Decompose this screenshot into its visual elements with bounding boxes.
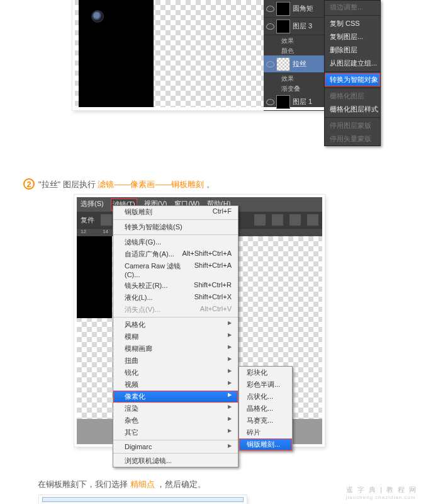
paragraph-3: 在铜板雕刻下，我们选择 精细点 ，然后确定。: [38, 479, 206, 490]
step-text-highlight: 滤镜——像素画——铜板雕刻: [98, 180, 204, 189]
filter-submenu-item[interactable]: 模糊: [113, 331, 238, 343]
layer-row-selected[interactable]: 拉丝: [264, 55, 324, 73]
filter-smart[interactable]: 转换为智能滤镜(S): [113, 221, 238, 233]
layer-context-menu: 描边调整... 复制 CSS 复制图层... 删除图层 从图层建立组... 转换…: [324, 0, 381, 146]
para3-suffix: ，然后确定。: [157, 479, 206, 489]
filter-item[interactable]: 自适应广角(A)...Alt+Shift+Ctrl+A: [113, 248, 238, 260]
watermark-sub: jiaocheng.chazidian.com: [346, 495, 417, 500]
ctx-separator: [325, 71, 380, 72]
layer-row[interactable]: 圆角矩: [264, 0, 324, 18]
ctx-item[interactable]: 停用图层蒙版: [325, 119, 380, 132]
ctx-item[interactable]: 描边调整...: [325, 1, 380, 14]
toolbar-icon[interactable]: [254, 214, 266, 226]
screenshot-dialog-partial: [39, 495, 247, 504]
visibility-eye-icon[interactable]: [266, 6, 274, 12]
ps-canvas-checker: [75, 0, 264, 107]
watermark-main: 暹 字 典 | 教 程 网: [346, 485, 417, 495]
toolbar-icon[interactable]: [307, 214, 318, 226]
ctx-item[interactable]: 停用矢量蒙版: [325, 132, 380, 146]
visibility-eye-icon[interactable]: [266, 23, 274, 30]
layer-name: 图层 1: [293, 97, 312, 106]
ctx-separator: [325, 88, 380, 88]
filter-submenu-pixelate[interactable]: 像素化: [113, 391, 238, 403]
filter-submenu-item[interactable]: 模糊画廊: [113, 343, 238, 355]
menu-item[interactable]: 选择(S): [81, 199, 104, 210]
submenu-item-mezzotint[interactable]: 铜版雕刻...: [239, 438, 292, 450]
dialog-titlebar-strip: [42, 497, 244, 502]
submenu-item[interactable]: 点状化...: [239, 391, 292, 403]
toolbar-icon[interactable]: [272, 214, 283, 226]
ctx-item[interactable]: 删除图层: [325, 43, 380, 57]
step-text-suffix: 。: [206, 180, 215, 189]
layer-row[interactable]: 图层 1: [264, 93, 324, 111]
filter-item[interactable]: Camera Raw 滤镜(C)...Shift+Ctrl+A: [113, 260, 238, 280]
ctx-item[interactable]: 复制图层...: [325, 30, 380, 43]
submenu-item[interactable]: 碎片: [239, 427, 292, 438]
filter-last-used[interactable]: 铜版雕刻 Ctrl+F: [113, 206, 238, 218]
filter-submenu-item[interactable]: Digimarc: [113, 442, 238, 452]
camera-lens-graphic: [93, 11, 103, 21]
para3-prefix: 在铜板雕刻下，我们选择: [38, 479, 128, 489]
filter-submenu-item[interactable]: 其它: [113, 427, 238, 438]
dd-separator: [113, 440, 238, 440]
visibility-eye-icon[interactable]: [266, 61, 274, 67]
filter-item[interactable]: 液化(L)...Shift+Ctrl+X: [113, 292, 238, 304]
filter-submenu-item[interactable]: 杂色: [113, 415, 238, 427]
layer-fx-line: 渐变叠: [264, 83, 324, 93]
layer-thumb: [276, 2, 290, 16]
layer-thumb: [276, 57, 290, 71]
para3-highlight: 精细点: [130, 479, 155, 489]
photoshop-ui: 选择(S) 滤镜(T) 视图(V) 窗口(W) 帮助(H) 复件 层 添加新变 …: [77, 197, 322, 444]
submenu-item[interactable]: 晶格化...: [239, 403, 292, 415]
dd-separator: [113, 219, 238, 220]
filter-item[interactable]: 镜头校正(R)...Shift+Ctrl+R: [113, 280, 238, 292]
layer-thumb: [276, 20, 290, 33]
filter-submenu-item[interactable]: 锐化: [113, 367, 238, 379]
toolbar-icon[interactable]: [289, 214, 301, 226]
layer-fx-line: 颜色: [264, 45, 324, 55]
ctx-separator: [325, 15, 380, 16]
filter-item[interactable]: 浏览联机滤镜...: [113, 455, 238, 467]
ctx-item[interactable]: 栅格化图层样式: [325, 103, 380, 116]
filter-item-disabled: 消失点(V)...Alt+Ctrl+V: [113, 304, 238, 316]
layer-fx-line: 效果: [264, 35, 324, 45]
layer-fx-line: 效果: [264, 73, 324, 83]
black-document-area: [79, 0, 154, 107]
step-text-prefix: "拉丝" 图层执行: [38, 180, 96, 189]
screenshot-layers-contextmenu: 圆角矩 图层 3 效果 颜色 拉丝 效果 渐变叠 图层 1 描边调整... 复制…: [72, 0, 347, 110]
black-artwork: [77, 236, 112, 318]
filter-submenu-item[interactable]: 风格化: [113, 319, 238, 331]
visibility-eye-icon[interactable]: [266, 99, 274, 105]
dd-separator: [113, 234, 238, 235]
ctx-separator: [325, 117, 380, 118]
screenshot-filter-menu: 选择(S) 滤镜(T) 视图(V) 窗口(W) 帮助(H) 复件 层 添加新变 …: [74, 195, 325, 447]
layer-thumb: [276, 95, 290, 109]
step-2: 2 "拉丝" 图层执行 滤镜——像素画——铜板雕刻 。: [23, 178, 215, 191]
layers-panel: 圆角矩 图层 3 效果 颜色 拉丝 效果 渐变叠 图层 1: [264, 0, 324, 107]
dd-separator: [113, 453, 238, 454]
filter-item[interactable]: 滤镜库(G)...: [113, 236, 238, 248]
submenu-item[interactable]: 马赛克...: [239, 415, 292, 427]
submenu-item[interactable]: 彩色半调...: [239, 379, 292, 391]
ruler-mark: 14: [103, 229, 108, 234]
ctx-item-convert-smart-object[interactable]: 转换为智能对象: [325, 73, 380, 86]
layer-name: 圆角矩: [293, 4, 313, 13]
filter-submenu-item[interactable]: 视频: [113, 379, 238, 391]
submenu-item[interactable]: 彩块化: [239, 367, 292, 379]
pixelate-submenu: 彩块化 彩色半调... 点状化... 晶格化... 马赛克... 碎片 铜版雕刻…: [239, 366, 293, 451]
filter-submenu-item[interactable]: 渲染: [113, 403, 238, 415]
layer-name: 拉丝: [293, 59, 306, 69]
options-bar-label: 复件: [81, 215, 94, 225]
layer-row[interactable]: 图层 3: [264, 18, 324, 35]
step-text: "拉丝" 图层执行 滤镜——像素画——铜板雕刻 。: [38, 178, 215, 191]
ctx-item[interactable]: 栅格化图层: [325, 89, 380, 103]
dd-separator: [113, 317, 238, 318]
filter-dropdown: 铜版雕刻 Ctrl+F 转换为智能滤镜(S) 滤镜库(G)... 自适应广角(A…: [113, 205, 239, 467]
watermark: 暹 字 典 | 教 程 网 jiaocheng.chazidian.com: [346, 485, 417, 500]
ctx-item[interactable]: 从图层建立组...: [325, 57, 380, 70]
ctx-item[interactable]: 复制 CSS: [325, 17, 380, 30]
ruler-mark: 12: [81, 229, 86, 234]
filter-submenu-item[interactable]: 扭曲: [113, 355, 238, 367]
toolbar-icon[interactable]: [101, 214, 112, 226]
step-number-badge: 2: [23, 178, 35, 190]
